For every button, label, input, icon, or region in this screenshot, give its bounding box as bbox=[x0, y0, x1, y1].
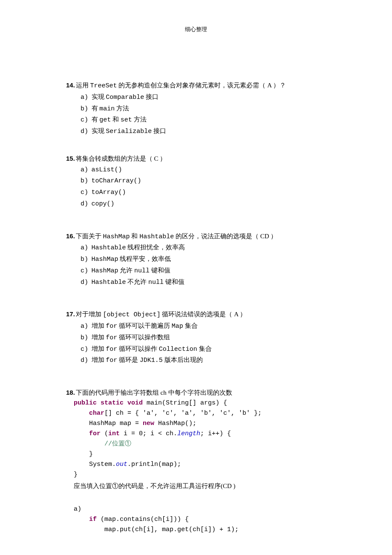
option-a-label: a) bbox=[66, 504, 326, 515]
question-16: 16. 下面关于 HashMap 和 Hashtable 的区分，说法正确的选项… bbox=[66, 231, 326, 288]
question-number: 14. bbox=[66, 80, 75, 91]
question-text: 下面的代码用于输出字符数组 ch 中每个字符出现的次数 bbox=[76, 387, 232, 398]
option-d: d) 实现 Serializable 接口 bbox=[81, 126, 326, 137]
question-text: 将集合转成数组的方法是（ C ） bbox=[76, 153, 167, 164]
question-text: 对于增加 [object Object] 循环说法错误的选项是（ A ） bbox=[76, 309, 246, 321]
page-header: 细心整理 bbox=[66, 26, 326, 33]
option-d: d) 增加 for 循环是 JDK1.5 版本后出现的 bbox=[81, 355, 326, 366]
option-c: c) 增加 for 循环可以操作 Collection 集合 bbox=[81, 344, 326, 355]
question-number: 18. bbox=[66, 387, 75, 398]
option-c: c) 有 get 和 set 方法 bbox=[81, 114, 326, 126]
question-15: 15. 将集合转成数组的方法是（ C ） a) asList() b) toCh… bbox=[66, 153, 326, 210]
option-a: a) 实现 Comparable 接口 bbox=[81, 92, 326, 103]
question-text: 下面关于 HashMap 和 Hashtable 的区分，说法正确的选项是（ C… bbox=[76, 231, 277, 243]
question-text-after: 应当填入位置①的代码是，不允许运用工具运行程序(CD ) bbox=[66, 481, 326, 491]
question-text: 运用 TreeSet 的无参构造创立集合对象存储元素时，该元素必需（ A ）？ bbox=[76, 80, 286, 92]
option-b: b) 有 main 方法 bbox=[81, 103, 326, 115]
question-18: 18. 下面的代码用于输出字符数组 ch 中每个字符出现的次数 public s… bbox=[66, 387, 326, 535]
option-b: b) 增加 for 循环可以操作数组 bbox=[81, 332, 326, 344]
option-c: c) toArray() bbox=[81, 187, 326, 198]
option-c: c) HashMap 允许 null 键和值 bbox=[81, 265, 326, 277]
option-a-code: if (map.contains(ch[i])) { map.put(ch[i]… bbox=[66, 515, 326, 535]
question-number: 16. bbox=[66, 231, 75, 242]
question-14: 14. 运用 TreeSet 的无参构造创立集合对象存储元素时，该元素必需（ A… bbox=[66, 80, 326, 137]
question-17: 17. 对于增加 [object Object] 循环说法错误的选项是（ A ）… bbox=[66, 309, 326, 366]
option-a: a) asList() bbox=[81, 164, 326, 176]
option-a: a) Hashtable 线程担忧全，效率高 bbox=[81, 242, 326, 254]
option-d: d) copy() bbox=[81, 198, 326, 210]
option-b: b) HashMap 线程平安，效率低 bbox=[81, 254, 326, 265]
option-b: b) toCharArray() bbox=[81, 175, 326, 187]
option-d: d) Hashtable 不允许 null 键和值 bbox=[81, 277, 326, 288]
option-a: a) 增加 for 循环可以干脆遍历 Map 集合 bbox=[81, 321, 326, 332]
code-block: public static void main(String[] args) {… bbox=[66, 398, 326, 480]
question-number: 15. bbox=[66, 153, 75, 164]
question-number: 17. bbox=[66, 309, 75, 320]
